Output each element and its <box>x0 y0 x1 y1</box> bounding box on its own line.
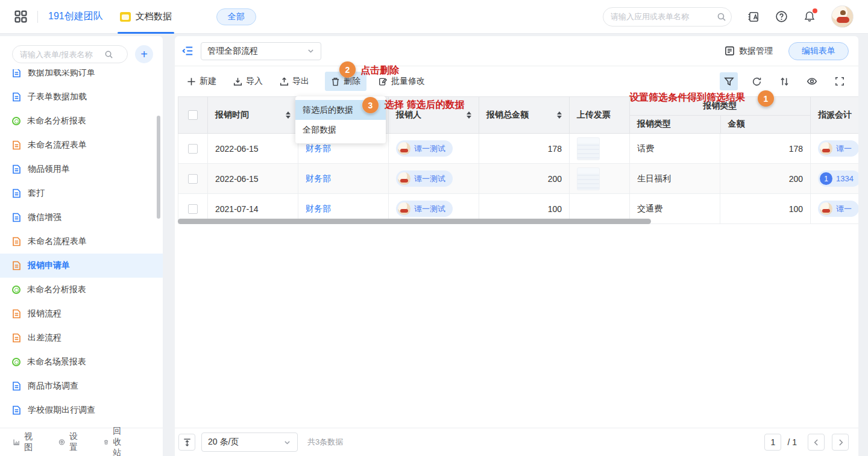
column-header-type[interactable]: 报销类型 <box>630 116 720 133</box>
user-pill[interactable]: 谭一 <box>818 201 858 217</box>
user-pill[interactable]: 谭一测试 <box>396 170 453 187</box>
fullscreen-icon[interactable] <box>831 72 849 90</box>
sidebar-item[interactable]: 未命名流程表单 <box>0 133 163 157</box>
user-pill[interactable]: 谭一 <box>818 140 858 157</box>
sidebar-item[interactable]: 未命名流程表单 <box>0 230 163 254</box>
help-icon[interactable] <box>775 10 788 23</box>
dept-link[interactable]: 财务部 <box>306 173 331 184</box>
tab-label: 文档数据 <box>136 11 172 22</box>
new-label: 新建 <box>200 76 216 87</box>
select-all-checkbox[interactable] <box>188 110 198 120</box>
form-search[interactable] <box>12 45 128 63</box>
horizontal-scrollbar[interactable] <box>178 219 651 224</box>
edit-form-button[interactable]: 编辑表单 <box>788 42 849 60</box>
column-header-invoice[interactable]: 上传发票 <box>570 97 630 134</box>
sidebar-item-label: 学校假期出行调查 <box>28 405 95 416</box>
global-search[interactable] <box>603 7 732 27</box>
sidebar-item-clipped[interactable] <box>0 422 163 428</box>
search-icon[interactable] <box>717 12 726 22</box>
sidebar-item[interactable]: 未命名分析报表 <box>0 278 163 302</box>
export-button[interactable]: 导出 <box>274 72 315 91</box>
translate-icon[interactable] <box>747 11 760 23</box>
panel-header: 管理全部流程 数据管理 编辑表单 <box>175 36 858 66</box>
global-search-input[interactable] <box>611 12 717 21</box>
views-button[interactable]: 视图 <box>13 431 36 453</box>
sidebar-item[interactable]: 物品领用单 <box>0 157 163 181</box>
cell-invoice <box>570 164 630 194</box>
next-page-button[interactable] <box>832 434 849 451</box>
apps-grid-icon[interactable] <box>14 10 27 23</box>
new-record-button[interactable]: 新建 <box>181 72 222 91</box>
step-badge-2: 2 <box>339 61 356 78</box>
dept-link[interactable]: 财务部 <box>306 143 331 154</box>
eye-columns-icon[interactable] <box>803 72 821 90</box>
data-manage-button[interactable]: 数据管理 <box>725 46 773 57</box>
sidebar-item[interactable]: 商品市场调查 <box>0 374 163 398</box>
sidebar-item-label: 未命名流程表单 <box>28 236 87 247</box>
tab-doc-data[interactable]: 文档数据 <box>118 0 174 34</box>
form-search-input[interactable] <box>20 50 104 59</box>
page-number-input[interactable] <box>764 434 781 451</box>
user-avatar[interactable] <box>831 5 854 28</box>
sidebar-item[interactable]: 未命名分析报表 <box>0 109 163 133</box>
report-icon <box>12 358 20 366</box>
scope-filter-pill[interactable]: 全部 <box>216 8 256 25</box>
page-size-select[interactable]: 20 条/页 <box>201 433 298 452</box>
total-count-label: 共3条数据 <box>307 437 343 448</box>
sort-icon[interactable] <box>775 72 793 90</box>
team-name[interactable]: 191创建团队 <box>48 10 103 23</box>
recycle-bin-button[interactable]: 回收站 <box>104 426 127 456</box>
prev-page-button[interactable] <box>808 434 825 451</box>
flow-scope-select[interactable]: 管理全部流程 <box>201 42 321 60</box>
invoice-thumbnail[interactable] <box>577 167 600 190</box>
member-count-badge: 1 <box>820 172 832 185</box>
row-height-icon[interactable] <box>178 434 195 451</box>
sidebar-item[interactable]: 报销流程 <box>0 302 163 326</box>
dept-link[interactable]: 财务部 <box>306 204 331 214</box>
sidebar-item[interactable]: 数据加载采购订单 <box>0 69 163 85</box>
user-pill[interactable]: 11334 <box>818 170 858 187</box>
settings-button[interactable]: 设置 <box>58 431 81 453</box>
refresh-icon[interactable] <box>747 72 766 90</box>
sort-caret-icon[interactable] <box>467 111 471 119</box>
cell-amount: 178 <box>720 134 811 164</box>
cell-total: 178 <box>479 134 570 164</box>
column-header-total[interactable]: 报销总金额 <box>479 97 570 134</box>
sort-caret-icon[interactable] <box>557 111 562 119</box>
row-checkbox[interactable] <box>188 204 198 214</box>
notifications-bell-icon[interactable] <box>804 10 816 23</box>
sidebar-item-selected[interactable]: 报销申请单 <box>0 254 163 278</box>
column-header-amount[interactable]: 金额 <box>720 116 811 133</box>
batch-edit-icon <box>379 77 388 86</box>
sidebar-item[interactable]: 套打 <box>0 181 163 205</box>
import-icon <box>233 77 242 86</box>
menu-fold-icon[interactable] <box>180 43 196 59</box>
table-row[interactable]: 2022-06-15 财务部 谭一测试 178 话费 178 谭一 <box>178 134 858 164</box>
sidebar-item[interactable]: 微信增强 <box>0 205 163 230</box>
column-header-accountant[interactable]: 指派会计 <box>811 97 858 134</box>
add-form-button[interactable]: + <box>135 45 153 63</box>
menu-item-all-data[interactable]: 全部数据 <box>295 120 386 140</box>
user-pill[interactable]: 谭一测试 <box>396 140 453 157</box>
table-tools <box>720 72 849 90</box>
column-header-date[interactable]: 报销时间 <box>208 97 298 134</box>
sidebar-item[interactable]: 子表单数据加载 <box>0 85 163 109</box>
form-icon <box>12 333 21 343</box>
row-checkbox[interactable] <box>188 144 198 154</box>
row-checkbox[interactable] <box>188 174 198 184</box>
invoice-thumbnail[interactable] <box>577 137 600 160</box>
pager: / 1 <box>764 434 849 451</box>
import-button[interactable]: 导入 <box>227 72 269 91</box>
sidebar-item[interactable]: 学校假期出行调查 <box>0 398 163 422</box>
sidebar-scrollbar[interactable] <box>157 116 160 219</box>
filter-icon[interactable] <box>720 72 738 90</box>
table-row[interactable]: 2022-06-15 财务部 谭一测试 200 生日福利 200 11334 <box>178 164 858 194</box>
sidebar-item[interactable]: 出差流程 <box>0 326 163 350</box>
sidebar-item[interactable]: 未命名场景报表 <box>0 350 163 374</box>
sort-caret-icon[interactable] <box>286 111 291 119</box>
cell-person: 谭一测试 <box>389 134 479 164</box>
user-pill[interactable]: 谭一测试 <box>396 201 453 217</box>
folder-icon <box>120 12 131 22</box>
form-icon <box>12 237 21 246</box>
sidebar-item-label: 子表单数据加载 <box>28 92 87 102</box>
